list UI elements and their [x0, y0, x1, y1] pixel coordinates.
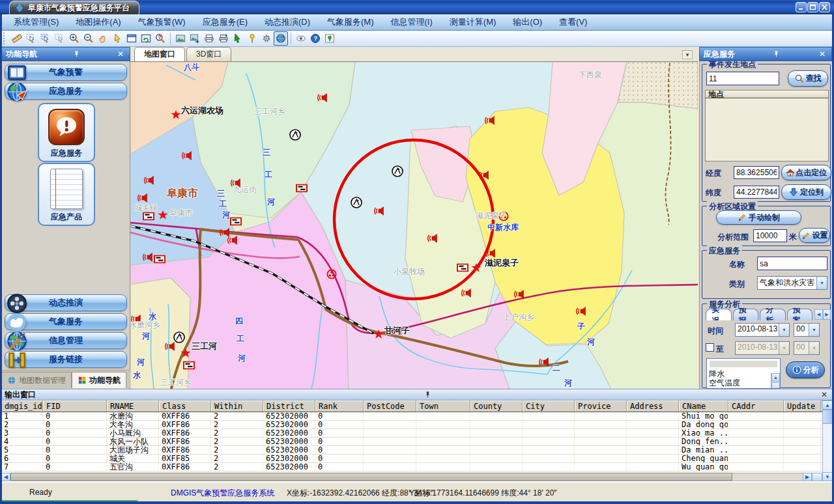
column-header[interactable]: CName [679, 400, 728, 412]
column-header[interactable]: County [470, 400, 523, 412]
search-input[interactable] [706, 72, 779, 85]
menu-item[interactable]: 输出(O) [504, 14, 551, 30]
longitude-field[interactable] [734, 166, 779, 179]
table-row[interactable]: 60城关0XFF8526523020000Cheng guan [1, 455, 822, 463]
nav-group-bar[interactable]: 动态推演 [5, 294, 127, 311]
chevron-down-icon[interactable]: ▼ [809, 324, 819, 336]
print-setup-icon[interactable] [216, 31, 231, 46]
refresh-icon[interactable] [139, 31, 153, 46]
select-rectangle-icon[interactable] [38, 31, 53, 46]
analysis-tab[interactable]: 预报 [733, 309, 759, 320]
nav-group-bar[interactable]: 气象预警 [5, 64, 127, 81]
tab-scroll-left-icon[interactable]: ◀ [814, 309, 823, 320]
column-header[interactable]: RNAME [107, 400, 159, 412]
zoom-in-icon[interactable] [67, 31, 81, 46]
list-scrollbar[interactable]: ▲ [771, 373, 780, 388]
panel-tab[interactable]: 地图数据管理 [1, 372, 72, 388]
locate-to-button[interactable]: 定位到 [781, 184, 831, 200]
column-header[interactable]: PostCode [364, 400, 416, 412]
full-extent-icon[interactable] [124, 31, 139, 46]
column-header[interactable]: FID [43, 400, 107, 412]
map-canvas[interactable]: 三工河乡下西泉九运街城关镇阜康市滋泥泉子小泉牧场上户沟乡水磨沟乡三工河乡六运湖农… [130, 61, 698, 389]
menu-item[interactable]: 动态推演(D) [256, 14, 319, 30]
identify-icon[interactable] [153, 31, 167, 46]
help-icon[interactable] [308, 31, 323, 46]
column-header[interactable]: Class [159, 400, 211, 412]
location-list-header[interactable]: 地点 [705, 90, 829, 98]
emergency-product-button[interactable]: 应急产品 [38, 163, 95, 226]
table-row[interactable]: 30小马厩沟0XFF8626523020000Xiao ma ... [1, 429, 822, 438]
nav-group-bar[interactable]: 服务链接 [5, 351, 127, 368]
set-range-button[interactable]: 设置 [799, 228, 830, 243]
column-header[interactable]: Update [784, 400, 821, 412]
column-header[interactable]: Address [627, 400, 679, 412]
column-header[interactable]: dmgis_id [1, 400, 43, 412]
start-hour-select[interactable]: 00▼ [794, 323, 820, 337]
table-row[interactable]: 50大面场子沟0XFF8626523020000Da mian ... [1, 446, 822, 455]
column-header[interactable]: CAddr [728, 400, 784, 412]
globe-service-icon[interactable] [274, 31, 288, 46]
menu-item[interactable]: 气象服务(M) [319, 14, 382, 30]
table-row[interactable]: 10水磨沟0XFF8626523020000Shui mo gou [1, 412, 822, 421]
emergency-service-button[interactable]: 应急服务 [38, 103, 95, 162]
close-icon[interactable]: ✕ [817, 49, 827, 59]
chevron-down-icon[interactable]: ▼ [779, 324, 789, 336]
settings-gear-icon[interactable] [259, 31, 274, 46]
analysis-item-list[interactable]: 降水空气温度 ▲ [706, 358, 781, 389]
column-header[interactable]: Town [416, 400, 470, 412]
scroll-up-icon[interactable]: ▲ [771, 373, 780, 382]
map-view-tab[interactable]: 地图窗口 [134, 47, 185, 61]
menu-item[interactable]: 信息管理(I) [382, 14, 441, 30]
start-date-select[interactable]: 2010-08-13▼ [735, 323, 790, 337]
menu-item[interactable]: 系统管理(S) [5, 14, 67, 30]
map-view-tab[interactable]: 3D窗口 [186, 47, 231, 61]
nav-group-bar[interactable]: 气象服务 [5, 313, 127, 330]
close-icon[interactable]: ✕ [819, 390, 829, 399]
north-arrow-icon[interactable] [231, 31, 245, 46]
scene-icon[interactable] [323, 31, 337, 46]
scroll-down-icon[interactable]: ▼ [822, 472, 833, 481]
zoom-out-icon[interactable] [81, 31, 96, 46]
menu-item[interactable]: 气象预警(W) [130, 14, 194, 30]
analysis-list-item[interactable]: 降水 [707, 369, 780, 378]
column-header[interactable]: City [523, 400, 575, 412]
menu-item[interactable]: 测量计算(M) [441, 14, 505, 30]
analysis-list-item[interactable]: 空气温度 [707, 378, 780, 387]
search-button[interactable]: 查找 [788, 70, 828, 87]
toolbar-grip[interactable] [3, 33, 8, 44]
pin-icon[interactable] [771, 49, 781, 59]
table-row[interactable]: 20大冬沟0XFF8626523020000Da dong gou [1, 421, 822, 429]
panel-tab[interactable]: 功能导航 [72, 372, 126, 388]
analysis-tab[interactable]: 分析 [760, 309, 786, 320]
chevron-down-icon[interactable]: ▼ [816, 277, 827, 289]
minimize-button[interactable] [796, 2, 807, 12]
eye-icon[interactable] [294, 31, 308, 46]
column-header[interactable]: District [263, 400, 315, 412]
analysis-tab[interactable]: 预案 [787, 309, 813, 320]
scroll-corner-button[interactable] [812, 473, 822, 481]
horizontal-scroll-thumb[interactable] [10, 473, 732, 481]
latitude-field[interactable] [734, 186, 779, 199]
column-header[interactable]: Rank [315, 400, 364, 412]
service-type-select[interactable]: 气象和洪水灾害▼ [757, 276, 827, 290]
to-checkbox[interactable] [706, 343, 714, 352]
menu-item[interactable]: 应急服务(E) [194, 14, 256, 30]
nav-group-bar[interactable]: 信息管理 [5, 332, 127, 349]
location-list[interactable] [705, 98, 829, 161]
scroll-right-icon[interactable]: ▶ [803, 473, 812, 481]
scroll-left-icon[interactable]: ◀ [1, 473, 10, 481]
table-row[interactable]: 70五官沟0XFF8626523020000Wu guan gou [1, 463, 822, 471]
print-icon[interactable] [202, 31, 216, 46]
map-image-icon[interactable] [173, 31, 188, 46]
scroll-up-icon[interactable]: ▲ [822, 400, 833, 410]
tab-dropdown-icon[interactable]: ▼ [682, 50, 693, 59]
close-icon[interactable]: ✕ [115, 49, 126, 59]
analyze-button[interactable]: 分析 [786, 361, 825, 378]
menu-item[interactable]: 地图操作(A) [67, 14, 129, 30]
analysis-tab[interactable]: 实况 [706, 309, 732, 320]
placemark-icon[interactable] [245, 31, 259, 46]
pan-icon[interactable] [96, 31, 110, 46]
vertical-scroll-thumb[interactable] [822, 410, 833, 424]
pin-icon[interactable] [71, 49, 81, 59]
table-row[interactable]: 40东风一小队0XFF8626523020000Dong fen... [1, 438, 822, 446]
